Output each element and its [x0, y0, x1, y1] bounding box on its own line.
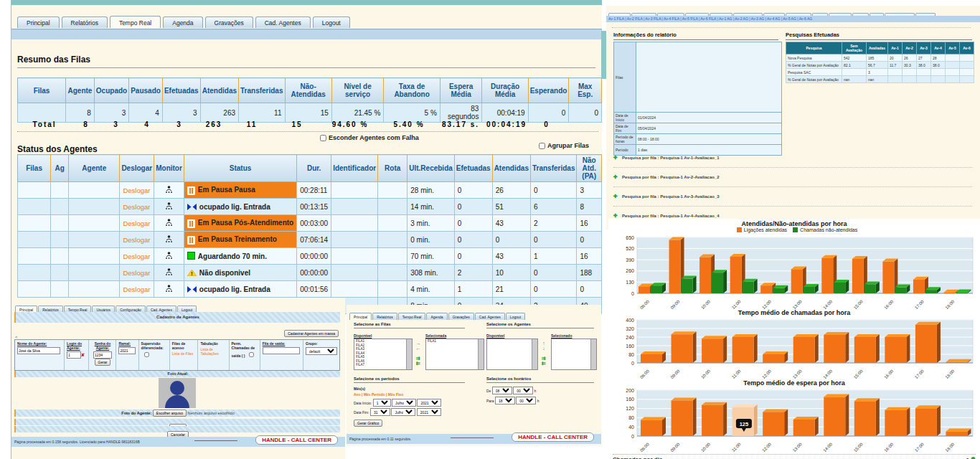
generate-chart-button[interactable]: Gerar Gráfico — [354, 420, 382, 427]
expand-plus-icon[interactable]: ✚ — [613, 194, 618, 199]
agent-name-4 — [69, 248, 120, 265]
agent-row-1: DeslogarEm Pausa Pausa00:28:1128 min.026… — [18, 182, 602, 199]
move-right-icon[interactable]: →←⇉⇇ — [414, 341, 423, 366]
agents-selected-listbox[interactable] — [551, 339, 597, 370]
list-item-fila1[interactable]: FILA1 — [426, 339, 484, 344]
agents-available-listbox[interactable] — [486, 339, 538, 370]
choose-file-button[interactable]: Escolher arquivo — [153, 410, 187, 417]
deslogar-link-0[interactable]: Deslogar — [123, 186, 150, 194]
ramal-input[interactable] — [118, 347, 136, 354]
list-item-fila7[interactable]: FILA7 — [354, 363, 412, 367]
filter-tab-logout[interactable]: Logout — [506, 313, 525, 320]
svg-text:320: 320 — [626, 326, 634, 331]
period-mode-links[interactable]: Ano | Mês Período | Mês Fixo — [354, 392, 403, 397]
tab-tempo-real[interactable]: Tempo Real — [110, 16, 161, 28]
filter-brand-line — [451, 437, 494, 438]
agent-dur-2: 00:03:00 — [297, 215, 331, 232]
monitor-agent-icon[interactable] — [165, 186, 173, 193]
deslogar-link-2[interactable]: Deslogar — [123, 219, 150, 227]
tab-relat-rios[interactable]: Relatórios — [62, 16, 108, 28]
deslogar-link-1[interactable]: Deslogar — [123, 203, 150, 211]
login-input[interactable] — [67, 351, 81, 359]
queue-link-3[interactable]: ✚Pesquisa por fila : Pesquisa-1 Av-3-Ava… — [613, 194, 972, 207]
field-tabulacao: Tabulação Lista de Tabulações — [198, 340, 229, 370]
lista-filas-link[interactable]: Lista de Filas — [172, 351, 196, 356]
end-day-select[interactable]: 31 — [370, 408, 390, 416]
queues-available-listbox[interactable]: FILA1FILA2FILA3FILA4FILA5FILA6FILA7 — [354, 339, 413, 370]
mass-register-button[interactable]: Cadastrar Agentes em massa — [284, 330, 339, 337]
monitor-agent-icon[interactable] — [165, 219, 173, 226]
start-month-select[interactable]: Julho — [392, 399, 416, 407]
expand-plus-icon[interactable]: ✚ — [613, 213, 618, 218]
filter-tab-principal[interactable]: Principal — [349, 313, 372, 320]
hour-suffix-2: h — [537, 399, 540, 403]
tab-grava-es[interactable]: Gravações — [205, 16, 253, 28]
gerar-senha-button[interactable]: Gerar — [95, 359, 111, 366]
expand-plus-icon[interactable]: ✚ — [613, 155, 618, 160]
from-min-select[interactable]: 00 — [513, 387, 533, 394]
period-mode-label: Mês(s) — [354, 387, 365, 391]
perm-saida-checkbox[interactable] — [249, 352, 254, 357]
agent-ag-4 — [51, 248, 69, 265]
fila-saida-input[interactable] — [263, 347, 300, 354]
expand-plus-icon[interactable]: ✚ — [613, 174, 618, 179]
grupo-select[interactable]: default — [306, 347, 337, 355]
survey-cell-0-0[interactable]: Nova Pesquisa — [786, 55, 842, 62]
queues-selected-listbox[interactable]: FILA1 — [425, 339, 484, 370]
avaliacao-quick-links[interactable]: Av-1 FILA | Av-2 FILA | Av-3 FILA | Av-4… — [606, 16, 980, 22]
hide-failed-checkbox-row: Esconder Agentes com Falha — [320, 134, 419, 141]
deslogar-link-6[interactable]: Deslogar — [123, 285, 150, 293]
queue-link-2[interactable]: ✚Pesquisa por fila : Pesquisa-1 Av-2-Ava… — [613, 174, 972, 187]
start-day-select[interactable]: 1 — [373, 399, 391, 407]
scrollbar[interactable] — [590, 339, 596, 369]
tab-principal[interactable]: Principal — [17, 16, 60, 28]
deslogar-link-5[interactable]: Deslogar — [123, 269, 150, 277]
tab-cad-agentes[interactable]: Cad. Agentes — [255, 16, 311, 28]
scrollbar[interactable] — [532, 339, 537, 369]
nome-input[interactable] — [17, 347, 60, 354]
monitor-agent-icon[interactable] — [165, 252, 173, 259]
deslogar-link-4[interactable]: Deslogar — [123, 252, 150, 260]
to-hour-select[interactable]: 18 — [495, 397, 515, 404]
monitor-agent-icon[interactable] — [165, 235, 173, 242]
excel-export-icon[interactable]: ✺ — [971, 456, 976, 459]
filter-tab-cad-agentes[interactable]: Cad. Agentes — [475, 313, 505, 320]
agents-move-icons[interactable]: ↑↓⇉⇇ — [540, 341, 548, 366]
pdf-export-icon[interactable]: ● — [966, 456, 969, 459]
end-month-select[interactable]: Julho — [391, 408, 415, 416]
charts-footer-text[interactable]: Chamadas por dia — [613, 456, 662, 459]
deslogar-link-3[interactable]: Deslogar — [123, 236, 150, 244]
filter-tab-tempo-real[interactable]: Tempo Real — [398, 313, 426, 320]
scrollbar[interactable] — [406, 339, 412, 369]
to-min-select[interactable]: 00 — [516, 397, 536, 404]
survey-cell-2-0[interactable]: Pesquisa SAC — [786, 69, 842, 76]
survey-cell-0-3: 20 — [888, 55, 903, 62]
queues-col-transferidas: Transferidas — [239, 78, 285, 103]
fila-saida-label: Fila de saída: — [263, 341, 301, 346]
no-file-text: Nenhum arquivo escolhido — [188, 411, 235, 415]
hide-failed-checkbox[interactable] — [320, 135, 326, 141]
filter-tab-agenda[interactable]: Agenda — [426, 313, 447, 320]
filter-tab-relat-rios[interactable]: Relatórios — [372, 313, 397, 320]
report-tabbar: PrincipalRelatóriosTempo RealMonitoriaUs… — [608, 7, 936, 16]
senha-input[interactable] — [93, 351, 112, 359]
supervisao-checkbox[interactable] — [144, 352, 149, 357]
group-queues-checkbox[interactable] — [539, 143, 545, 149]
start-year-select[interactable]: 2021 — [417, 399, 441, 407]
from-hour-select[interactable]: 08 — [492, 387, 512, 394]
queue-link-1[interactable]: ✚Pesquisa por fila : Pesquisa-1 Av-1-Ava… — [613, 155, 972, 168]
survey-cell-3-7 — [946, 76, 960, 83]
monitor-agent-icon[interactable] — [165, 202, 173, 209]
monitor-agent-icon[interactable] — [165, 268, 173, 275]
tab-logout[interactable]: Logout — [313, 16, 350, 28]
filter-tab-grava-es[interactable]: Gravações — [448, 313, 474, 320]
survey-cell-0-8 — [960, 55, 974, 62]
tab-agenda[interactable]: Agenda — [163, 16, 202, 28]
total-cell-5: 263 — [197, 120, 231, 128]
scrollbar[interactable] — [478, 339, 484, 369]
chart1-title: Atendidas/Não-atendidas por hora — [608, 220, 980, 227]
end-year-select[interactable]: 2021 — [417, 408, 441, 416]
monitor-agent-icon[interactable] — [165, 285, 173, 292]
legend-swatch-2 — [793, 227, 798, 232]
lista-tabulacoes-link[interactable]: Lista de Tabulações — [200, 347, 226, 356]
